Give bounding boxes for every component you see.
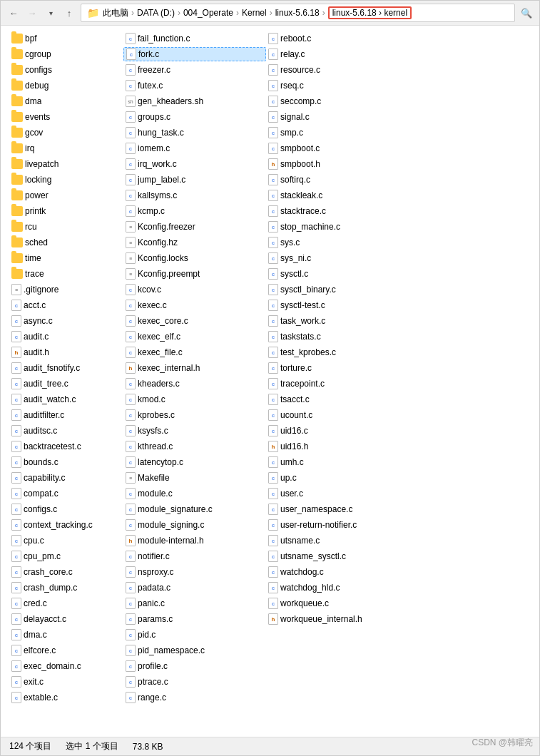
- list-item[interactable]: cuser-return-notifier.c: [266, 518, 394, 532]
- list-item[interactable]: ckthread.c: [123, 439, 266, 454]
- list-item[interactable]: dma: [9, 94, 123, 108]
- list-item[interactable]: ctracepoint.c: [266, 377, 394, 391]
- list-item[interactable]: ciomem.c: [123, 141, 266, 155]
- list-item[interactable]: ckexec.c: [123, 298, 266, 312]
- forward-button[interactable]: →: [25, 6, 39, 20]
- list-item[interactable]: cstacktrace.c: [266, 204, 394, 218]
- list-item[interactable]: cnotifier.c: [123, 549, 266, 563]
- list-item[interactable]: rcu: [9, 220, 123, 234]
- list-item[interactable]: ckprobes.c: [123, 408, 266, 422]
- list-item[interactable]: cbounds.c: [9, 455, 123, 469]
- list-item[interactable]: clatencytop.c: [123, 455, 266, 469]
- list-item[interactable]: ckcov.c: [123, 282, 266, 297]
- list-item[interactable]: power: [9, 188, 123, 203]
- list-item[interactable]: bpf: [9, 31, 123, 46]
- list-item[interactable]: ckallsyms.c: [123, 188, 266, 203]
- list-item[interactable]: creboot.c: [266, 31, 394, 46]
- list-item[interactable]: cjump_label.c: [123, 173, 266, 187]
- breadcrumb-current[interactable]: linux-5.6.18 › kernel: [328, 6, 412, 19]
- list-item[interactable]: configs: [9, 63, 123, 77]
- search-button[interactable]: 🔍: [519, 6, 534, 20]
- list-item[interactable]: cuid16.c: [266, 424, 394, 438]
- list-item[interactable]: debug: [9, 78, 123, 93]
- list-item[interactable]: ckexec_elf.c: [123, 330, 266, 344]
- list-item[interactable]: hkexec_internal.h: [123, 361, 266, 375]
- list-item[interactable]: trace: [9, 267, 123, 281]
- up-button[interactable]: ↑: [62, 6, 76, 20]
- list-item[interactable]: huid16.h: [266, 439, 394, 454]
- list-item[interactable]: cmodule_signature.c: [123, 502, 266, 516]
- list-item[interactable]: ckmod.c: [123, 392, 266, 407]
- list-item[interactable]: cstop_machine.c: [266, 220, 394, 234]
- list-item[interactable]: haudit.h: [9, 345, 123, 359]
- list-item[interactable]: cucount.c: [266, 408, 394, 422]
- breadcrumb-computer[interactable]: 此电脑: [103, 7, 128, 19]
- list-item[interactable]: cconfigs.c: [9, 502, 123, 516]
- list-item[interactable]: cup.c: [266, 471, 394, 485]
- list-item[interactable]: celfcore.c: [9, 643, 123, 658]
- list-item[interactable]: cgroups.c: [123, 110, 266, 124]
- list-item[interactable]: irq: [9, 141, 123, 155]
- list-item[interactable]: csignal.c: [266, 110, 394, 124]
- list-item[interactable]: cutsname_sysctl.c: [266, 549, 394, 563]
- list-item[interactable]: ckexec_core.c: [123, 314, 266, 328]
- list-item[interactable]: hmodule-internal.h: [123, 533, 266, 548]
- list-item[interactable]: cstackleak.c: [266, 188, 394, 203]
- list-item[interactable]: cseccomp.c: [266, 94, 394, 108]
- list-item[interactable]: caudit_fsnotify.c: [9, 361, 123, 375]
- list-item[interactable]: cwatchdog_hld.c: [266, 581, 394, 595]
- list-item[interactable]: cfork.c: [123, 47, 266, 61]
- list-item[interactable]: cdma.c: [9, 628, 123, 642]
- breadcrumb-linux[interactable]: linux-5.6.18: [275, 8, 320, 18]
- list-item[interactable]: cgroup: [9, 47, 123, 61]
- list-item[interactable]: cpid.c: [123, 628, 266, 642]
- list-item[interactable]: ctsacct.c: [266, 392, 394, 407]
- list-item[interactable]: caudit_tree.c: [9, 377, 123, 391]
- list-item[interactable]: cauditsc.c: [9, 424, 123, 438]
- list-item[interactable]: ckheaders.c: [123, 377, 266, 391]
- list-item[interactable]: cacct.c: [9, 298, 123, 312]
- list-item[interactable]: crseq.c: [266, 78, 394, 93]
- list-item[interactable]: ckexec_file.c: [123, 345, 266, 359]
- list-item[interactable]: cnsproxy.c: [123, 565, 266, 579]
- list-item[interactable]: cparams.c: [123, 612, 266, 626]
- breadcrumb-data[interactable]: DATA (D:): [137, 8, 175, 18]
- list-item[interactable]: cpanic.c: [123, 596, 266, 611]
- list-item[interactable]: ccpu_pm.c: [9, 549, 123, 563]
- list-item[interactable]: cfail_function.c: [123, 31, 266, 46]
- back-button[interactable]: ←: [6, 6, 21, 20]
- list-item[interactable]: livepatch: [9, 157, 123, 171]
- breadcrumb-kernel[interactable]: Kernel: [242, 8, 267, 18]
- list-item[interactable]: cprofile.c: [123, 659, 266, 673]
- list-item[interactable]: csmp.c: [266, 126, 394, 140]
- list-item[interactable]: ccrash_core.c: [9, 565, 123, 579]
- list-item[interactable]: ccompat.c: [9, 486, 123, 501]
- list-item[interactable]: ctorture.c: [266, 361, 394, 375]
- list-item[interactable]: csmpboot.c: [266, 141, 394, 155]
- list-item[interactable]: csys_ni.c: [266, 251, 394, 265]
- list-item[interactable]: ccpu.c: [9, 533, 123, 548]
- list-item[interactable]: cuser.c: [266, 486, 394, 501]
- list-item[interactable]: ≡Kconfig.freezer: [123, 220, 266, 234]
- list-item[interactable]: cextable.c: [9, 690, 123, 705]
- list-item[interactable]: cfutex.c: [123, 78, 266, 93]
- list-item[interactable]: ckcmp.c: [123, 204, 266, 218]
- list-item[interactable]: cksysfs.c: [123, 424, 266, 438]
- list-item[interactable]: csys.c: [266, 235, 394, 250]
- list-item[interactable]: cirq_work.c: [123, 157, 266, 171]
- list-item[interactable]: cbacktracetest.c: [9, 439, 123, 454]
- list-item[interactable]: crange.c: [123, 690, 266, 705]
- breadcrumb-operate[interactable]: 004_Operate: [183, 8, 233, 18]
- recent-button[interactable]: ▾: [44, 6, 58, 20]
- list-item[interactable]: events: [9, 110, 123, 124]
- list-item[interactable]: cauditfilter.c: [9, 408, 123, 422]
- list-item[interactable]: crelay.c: [266, 47, 394, 61]
- list-item[interactable]: ctaskstats.c: [266, 330, 394, 344]
- list-item[interactable]: cexit.c: [9, 675, 123, 689]
- list-item[interactable]: time: [9, 251, 123, 265]
- list-item[interactable]: cptrace.c: [123, 675, 266, 689]
- list-item[interactable]: csoftirq.c: [266, 173, 394, 187]
- list-item[interactable]: ≡Kconfig.locks: [123, 251, 266, 265]
- list-item[interactable]: ctest_kprobes.c: [266, 345, 394, 359]
- list-item[interactable]: cworkqueue.c: [266, 596, 394, 611]
